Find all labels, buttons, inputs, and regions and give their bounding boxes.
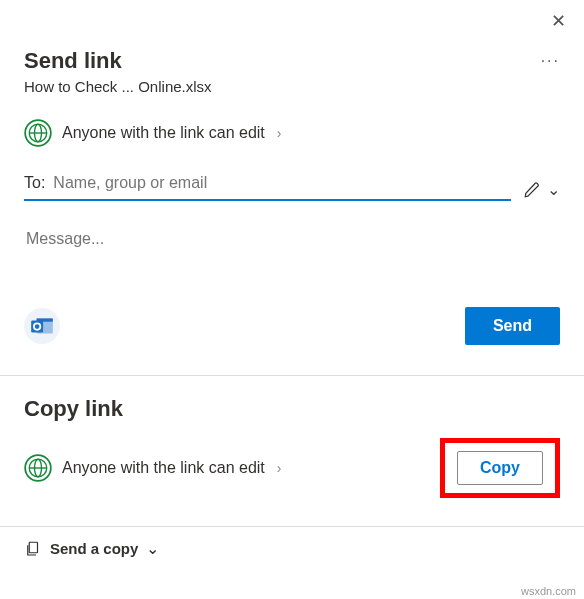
dialog-body: Send link ··· How to Check ... Online.xl… — [0, 48, 584, 345]
footer-watermark: wsxdn.com — [521, 585, 576, 597]
link-settings-button[interactable]: Anyone with the link can edit › — [24, 119, 560, 147]
more-options-icon[interactable]: ··· — [541, 52, 560, 70]
chevron-down-icon: ⌄ — [547, 180, 560, 199]
edit-permissions-button[interactable]: ⌄ — [523, 180, 560, 201]
send-a-copy-label: Send a copy — [50, 540, 138, 557]
chevron-right-icon: › — [277, 460, 282, 476]
pencil-icon — [523, 181, 541, 199]
to-label: To: — [24, 174, 45, 192]
recipient-row: To: ⌄ — [24, 173, 560, 201]
chevron-down-icon: ⌄ — [146, 539, 159, 558]
outlook-icon[interactable] — [24, 308, 60, 344]
to-field-wrap[interactable]: To: — [24, 173, 511, 201]
svg-rect-12 — [29, 542, 37, 553]
permission-label: Anyone with the link can edit — [62, 459, 265, 477]
globe-icon — [24, 119, 52, 147]
copy-file-icon — [24, 540, 42, 558]
chevron-right-icon: › — [277, 125, 282, 141]
copy-button[interactable]: Copy — [457, 451, 543, 485]
copy-link-settings-button[interactable]: Anyone with the link can edit › — [24, 454, 281, 482]
globe-icon — [24, 454, 52, 482]
recipients-input[interactable] — [51, 173, 511, 193]
send-row: Send — [24, 307, 560, 345]
section-divider — [0, 375, 584, 376]
dialog-title: Send link — [24, 48, 122, 74]
copy-link-title: Copy link — [24, 396, 123, 422]
file-name: How to Check ... Online.xlsx — [24, 78, 560, 95]
svg-rect-6 — [31, 321, 43, 333]
close-icon[interactable]: ✕ — [551, 10, 566, 32]
highlight-annotation: Copy — [440, 438, 560, 498]
copy-link-section: Copy link Anyone with the link can edit … — [0, 396, 584, 498]
permission-label: Anyone with the link can edit — [62, 124, 265, 142]
header-row: Send link ··· — [24, 48, 560, 74]
send-a-copy-button[interactable]: Send a copy ⌄ — [0, 526, 584, 570]
message-input[interactable] — [24, 229, 560, 249]
send-button[interactable]: Send — [465, 307, 560, 345]
